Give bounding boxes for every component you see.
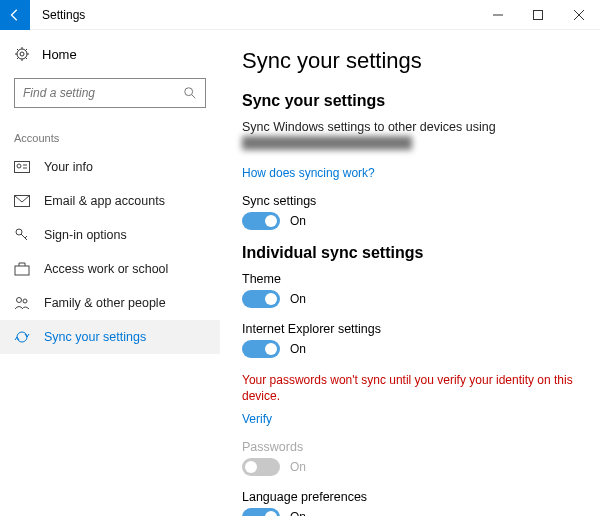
sidebar-item-signin[interactable]: Sign-in options xyxy=(0,218,220,252)
sync-settings-toggle[interactable] xyxy=(242,212,280,230)
home-nav[interactable]: Home xyxy=(0,40,220,68)
sidebar-item-work[interactable]: Access work or school xyxy=(0,252,220,286)
sidebar-item-label: Sign-in options xyxy=(44,228,127,242)
ie-label: Internet Explorer settings xyxy=(242,322,578,336)
sidebar-item-label: Family & other people xyxy=(44,296,166,310)
svg-point-17 xyxy=(17,164,21,168)
minimize-button[interactable] xyxy=(478,0,518,30)
sidebar-item-your-info[interactable]: Your info xyxy=(0,150,220,184)
svg-line-11 xyxy=(26,58,28,60)
ie-toggle[interactable] xyxy=(242,340,280,358)
svg-point-14 xyxy=(185,88,193,96)
svg-line-13 xyxy=(26,49,28,51)
maximize-button[interactable] xyxy=(518,0,558,30)
section-heading: Individual sync settings xyxy=(242,244,578,262)
gear-icon xyxy=(14,46,30,62)
toggle-state: On xyxy=(290,214,306,228)
sidebar: Home Accounts Your info Email & app acco… xyxy=(0,30,220,516)
svg-point-5 xyxy=(20,52,24,56)
briefcase-icon xyxy=(14,261,30,277)
titlebar: Settings xyxy=(0,0,600,30)
toggle-state: On xyxy=(290,510,306,516)
svg-point-26 xyxy=(23,299,27,303)
verify-link[interactable]: Verify xyxy=(242,412,272,426)
page-title: Sync your settings xyxy=(242,48,578,74)
sidebar-item-label: Sync your settings xyxy=(44,330,146,344)
theme-toggle[interactable] xyxy=(242,290,280,308)
passwords-toggle xyxy=(242,458,280,476)
person-card-icon xyxy=(14,159,30,175)
sync-icon xyxy=(14,329,30,345)
people-icon xyxy=(14,295,30,311)
search-input[interactable] xyxy=(23,86,183,100)
toggle-state: On xyxy=(290,460,306,474)
envelope-icon xyxy=(14,193,30,209)
svg-point-25 xyxy=(17,298,22,303)
window-title: Settings xyxy=(30,8,478,22)
svg-rect-24 xyxy=(15,266,29,275)
sidebar-item-email[interactable]: Email & app accounts xyxy=(0,184,220,218)
sidebar-item-label: Email & app accounts xyxy=(44,194,165,208)
svg-line-15 xyxy=(192,95,196,99)
main-content: Sync your settings Sync your settings Sy… xyxy=(220,30,600,516)
sidebar-item-family[interactable]: Family & other people xyxy=(0,286,220,320)
password-warning: Your passwords won't sync until you veri… xyxy=(242,372,578,404)
key-icon xyxy=(14,227,30,243)
sidebar-item-sync[interactable]: Sync your settings xyxy=(0,320,220,354)
search-input-container[interactable] xyxy=(14,78,206,108)
toggle-state: On xyxy=(290,292,306,306)
back-button[interactable] xyxy=(0,0,30,30)
theme-label: Theme xyxy=(242,272,578,286)
sidebar-item-label: Your info xyxy=(44,160,93,174)
svg-line-10 xyxy=(17,49,19,51)
svg-rect-1 xyxy=(534,10,543,19)
lang-toggle[interactable] xyxy=(242,508,280,516)
help-link[interactable]: How does syncing work? xyxy=(242,166,375,180)
sidebar-item-label: Access work or school xyxy=(44,262,168,276)
svg-line-12 xyxy=(17,58,19,60)
sync-description: Sync Windows settings to other devices u… xyxy=(242,120,578,134)
toggle-state: On xyxy=(290,342,306,356)
search-icon xyxy=(183,86,197,100)
close-button[interactable] xyxy=(558,0,600,30)
category-label: Accounts xyxy=(0,118,220,150)
lang-label: Language preferences xyxy=(242,490,578,504)
svg-line-23 xyxy=(25,236,27,238)
sync-settings-label: Sync settings xyxy=(242,194,578,208)
account-name-redacted xyxy=(242,136,412,150)
passwords-label: Passwords xyxy=(242,440,578,454)
home-label: Home xyxy=(42,47,77,62)
section-heading: Sync your settings xyxy=(242,92,578,110)
